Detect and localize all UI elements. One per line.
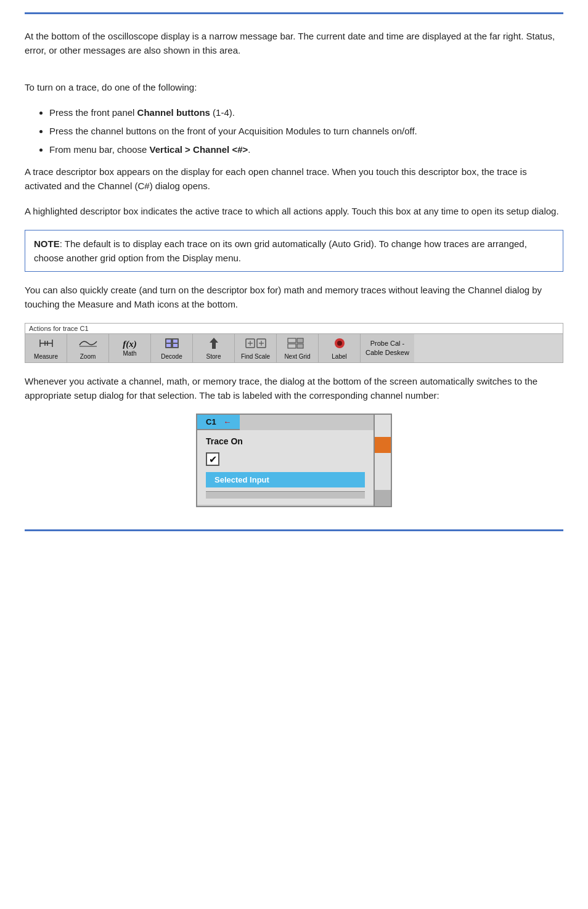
trace-on-label: Trace On: [206, 436, 243, 446]
paragraph-5: You can also quickly create (and turn on…: [25, 283, 563, 312]
paragraph-2-intro: To turn on a trace, do one of the follow…: [25, 80, 563, 94]
math-label: Math: [123, 350, 136, 357]
checkmark-row: ✔: [206, 452, 365, 466]
svg-rect-9: [166, 344, 171, 347]
math-icon: f(x): [123, 340, 137, 349]
channel-dialog-container: C1 ← Trace On ✔ Selected Input: [196, 414, 392, 507]
bold-channel-buttons: Channel buttons: [137, 107, 210, 118]
paragraph-4: A highlighted descriptor box indicates t…: [25, 204, 563, 218]
label-label: Label: [332, 353, 346, 360]
note-box: NOTE: The default is to display each tra…: [25, 230, 563, 272]
toolbar-btn-store[interactable]: Store: [193, 334, 235, 362]
toolbar-btn-next-grid[interactable]: Next Grid: [277, 334, 319, 362]
svg-rect-21: [297, 344, 303, 348]
bullet-item-2: Press the channel buttons on the front o…: [49, 124, 563, 139]
toolbar-title: Actions for trace C1: [25, 324, 563, 334]
svg-marker-11: [210, 338, 218, 349]
decode-label: Decode: [161, 353, 182, 360]
selected-input-label: Selected Input: [214, 475, 269, 484]
page-container: At the bottom of the oscilloscope displa…: [0, 0, 588, 556]
channel-dialog: C1 ← Trace On ✔ Selected Input: [196, 414, 375, 507]
channel-right-gray: [375, 490, 391, 506]
measure-label: Measure: [34, 353, 58, 360]
paragraph-1: At the bottom of the oscilloscope displa…: [25, 29, 563, 58]
toolbar-btn-label[interactable]: Label: [319, 334, 361, 362]
store-icon: [206, 336, 222, 352]
channel-dialog-tab: C1 ←: [197, 415, 240, 430]
paragraph-6: Whenever you activate a channel, math, o…: [25, 374, 563, 403]
svg-rect-20: [297, 338, 303, 343]
tab-label: C1: [206, 417, 216, 426]
bold-vertical-channel: Vertical > Channel <#>: [150, 144, 248, 155]
zoom-label: Zoom: [80, 353, 96, 360]
bullet-list: Press the front panel Channel buttons (1…: [49, 105, 563, 157]
zoom-icon: [78, 336, 98, 352]
trace-on-checkbox[interactable]: ✔: [206, 452, 219, 466]
checkmark-symbol: ✔: [209, 454, 217, 465]
toolbar-btn-zoom[interactable]: Zoom: [67, 334, 109, 362]
label-icon: [333, 336, 346, 352]
bottom-rule: [25, 529, 563, 531]
bullet-item-1: Press the front panel Channel buttons (1…: [49, 105, 563, 120]
channel-right-orange: [375, 437, 391, 453]
store-label: Store: [206, 353, 221, 360]
toolbar-btn-find-scale[interactable]: Find Scale: [235, 334, 277, 362]
bullet-item-3: From menu bar, choose Vertical > Channel…: [49, 142, 563, 157]
toolbar-btn-math[interactable]: f(x) Math: [109, 334, 151, 362]
svg-point-23: [337, 341, 342, 346]
svg-rect-18: [288, 338, 296, 343]
toolbar-buttons-row: Measure Zoom f(x) Math: [25, 334, 563, 362]
paragraph-3: A trace descriptor box appears on the di…: [25, 165, 563, 194]
svg-rect-10: [173, 344, 178, 347]
svg-rect-19: [288, 344, 296, 348]
decode-icon: [164, 336, 180, 352]
svg-rect-7: [166, 340, 171, 343]
toolbar-btn-decode[interactable]: Decode: [151, 334, 193, 362]
channel-right-bar: [375, 414, 392, 507]
actions-toolbar: Actions for trace C1 Measure: [25, 323, 563, 363]
probe-cal-label: Probe Cal -Cable Deskew: [365, 339, 409, 357]
note-label: NOTE: [34, 238, 60, 249]
next-grid-icon: [287, 336, 308, 352]
note-text: : The default is to display each trace o…: [34, 238, 527, 263]
find-scale-icon: [245, 336, 266, 352]
toolbar-btn-measure[interactable]: Measure: [25, 334, 67, 362]
measure-icon: [38, 336, 55, 352]
svg-rect-8: [173, 340, 178, 343]
channel-dialog-tab-row: C1 ←: [197, 415, 374, 430]
selected-input-btn[interactable]: Selected Input: [206, 472, 365, 487]
next-grid-label: Next Grid: [284, 353, 310, 360]
find-scale-label: Find Scale: [241, 353, 270, 360]
channel-dialog-body: Trace On ✔ Selected Input: [197, 430, 374, 505]
tab-arrow: ←: [223, 417, 231, 426]
toolbar-btn-probe-cal[interactable]: Probe Cal -Cable Deskew: [361, 334, 414, 362]
channel-dialog-wrapper: C1 ← Trace On ✔ Selected Input: [25, 414, 563, 507]
trace-on-row: Trace On: [206, 436, 365, 446]
top-rule: [25, 12, 563, 14]
channel-bottom-strip: [206, 491, 365, 499]
